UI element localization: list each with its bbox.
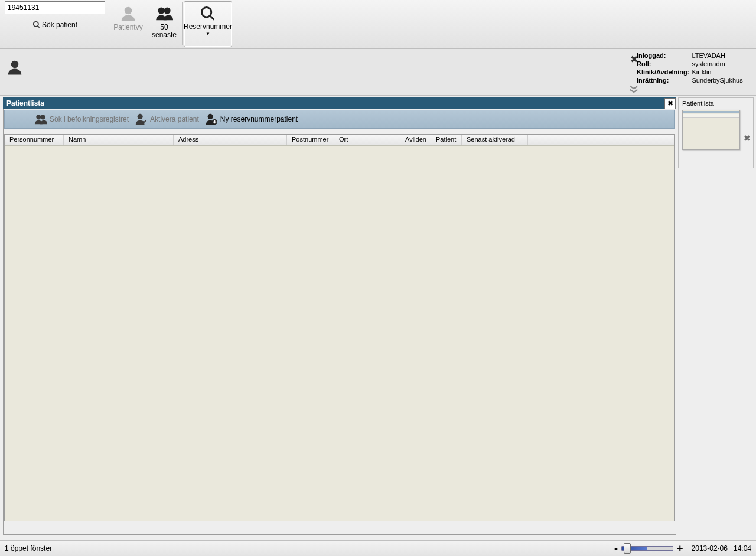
column-header[interactable]: Namn	[64, 135, 174, 145]
new-reserve-label: Ny reservnummerpatient	[220, 115, 298, 123]
facility-value: SunderbySjukhus	[692, 76, 745, 84]
search-icon	[32, 21, 41, 29]
reserve-label: Reservnummer	[184, 23, 232, 31]
toolbar-separator	[182, 2, 183, 45]
search-button[interactable]: Sök patient	[32, 21, 77, 29]
window-sidebar: Patientlista ✖	[678, 97, 754, 168]
toolbar-separator	[110, 2, 110, 45]
logged-in-label: Inloggad:	[637, 51, 692, 60]
facility-label: Inrättning:	[637, 76, 692, 84]
slider-thumb[interactable]	[624, 543, 631, 554]
patient-list-panel: Patientlista ✖ Sök i befolkningsregistre…	[0, 96, 676, 539]
panel-body: Sök i befolkningsregistret Aktivera pati…	[3, 109, 676, 535]
panel-action-bar: Sök i befolkningsregistret Aktivera pati…	[4, 110, 675, 129]
search-label: Sök patient	[42, 21, 77, 29]
search-input[interactable]	[5, 1, 105, 14]
patient-table: PersonnummerNamnAdressPostnummerOrtAvlid…	[4, 134, 675, 521]
person-icon	[119, 5, 137, 22]
zoom-out-button[interactable]: -	[613, 542, 619, 555]
svg-point-0	[34, 22, 38, 27]
column-header[interactable]: Senast aktiverad	[462, 135, 528, 145]
svg-point-5	[202, 8, 211, 17]
status-time: 14:04	[734, 544, 751, 552]
status-date: 2013-02-06	[692, 544, 728, 552]
panel-title: Patientlista	[6, 99, 44, 107]
reserve-button[interactable]: Reservnummer ▼	[184, 1, 232, 47]
search-registry-label: Sök i befolkningsregistret	[50, 115, 129, 123]
column-header[interactable]: Ort	[334, 135, 400, 145]
people-icon	[155, 5, 173, 22]
svg-point-11	[207, 114, 213, 119]
open-windows-label: 1 öppet fönster	[5, 544, 52, 552]
search-icon	[200, 5, 216, 22]
svg-point-4	[164, 7, 170, 14]
svg-point-3	[158, 7, 164, 14]
role-label: Roll:	[637, 60, 692, 68]
search-registry-button[interactable]: Sök i befolkningsregistret	[34, 113, 129, 126]
new-reserve-button[interactable]: Ny reservnummerpatient	[205, 113, 298, 126]
sidebar-close-button[interactable]: ✖	[744, 133, 751, 143]
column-header[interactable]: Personnummer	[5, 135, 64, 145]
role-value: systemadm	[692, 60, 745, 68]
panel-titlebar: Patientlista ✖	[3, 97, 676, 109]
svg-point-9	[41, 115, 45, 119]
column-header[interactable]: Postnummer	[287, 135, 334, 145]
top-toolbar: Sök patient Patientvy 50 senaste Reservn…	[0, 0, 756, 49]
column-header[interactable]: Avliden	[400, 135, 431, 145]
patientview-button[interactable]: Patientvy	[112, 1, 145, 46]
patient-icon	[6, 58, 24, 78]
zoom-slider[interactable]	[621, 546, 673, 551]
sidebar-title: Patientlista	[679, 98, 753, 109]
svg-line-6	[210, 16, 214, 20]
svg-point-2	[125, 7, 132, 15]
panel-close-button[interactable]: ✖	[664, 98, 676, 109]
recent-label: 50 senaste	[152, 24, 177, 39]
expand-icon[interactable]: ❯❯	[630, 84, 638, 91]
people-icon	[34, 113, 47, 126]
table-header: PersonnummerNamnAdressPostnummerOrtAvlid…	[5, 135, 674, 146]
column-header[interactable]: Adress	[174, 135, 287, 145]
dropdown-arrow-icon: ▼	[206, 31, 210, 37]
column-header[interactable]: Patient	[431, 135, 462, 145]
session-info: Inloggad:LTEVADAH Roll:systemadm Klinik/…	[637, 51, 756, 84]
person-check-icon	[135, 113, 148, 126]
clinic-value: Kir klin	[692, 68, 745, 76]
window-thumbnail[interactable]	[682, 110, 740, 150]
activate-patient-label: Aktivera patient	[150, 115, 199, 123]
activate-patient-button[interactable]: Aktivera patient	[135, 113, 199, 126]
patientview-label: Patientvy	[113, 24, 142, 31]
status-bar: 1 öppet fönster - + 2013-02-06 14:04	[0, 540, 756, 556]
zoom-control: - + 2013-02-06 14:04	[613, 542, 751, 555]
svg-point-8	[36, 115, 41, 119]
zoom-in-button[interactable]: +	[676, 542, 685, 555]
svg-point-7	[11, 61, 19, 68]
main-area: Patientlista ✖ Sök i befolkningsregistre…	[0, 96, 756, 539]
recent-button[interactable]: 50 senaste	[148, 1, 181, 46]
svg-line-1	[38, 26, 40, 28]
clinic-label: Klinik/Avdelning:	[637, 68, 692, 76]
search-group: Sök patient	[5, 1, 105, 29]
toolbar-separator	[146, 2, 146, 45]
logged-in-value: LTEVADAH	[692, 51, 745, 60]
svg-point-10	[138, 114, 143, 119]
person-add-icon	[205, 113, 218, 126]
header-band: ✖ ❯❯ Inloggad:LTEVADAH Roll:systemadm Kl…	[0, 49, 756, 96]
